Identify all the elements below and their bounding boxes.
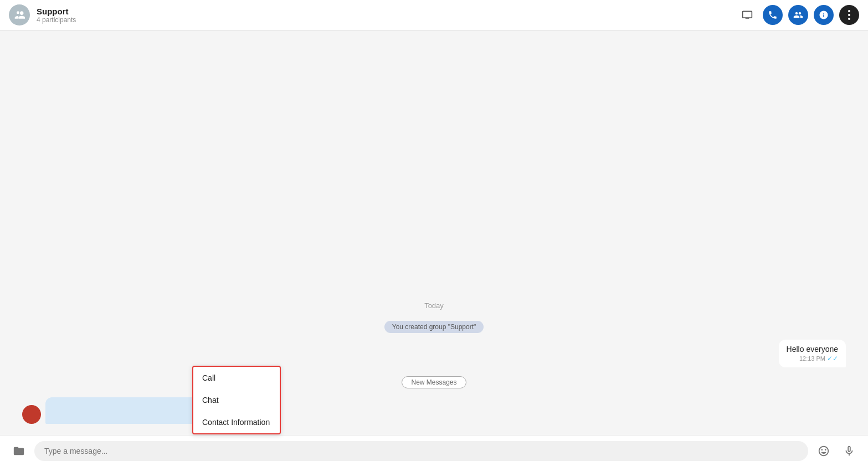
- group-name: Support: [37, 7, 76, 16]
- context-menu-chat[interactable]: Chat: [193, 389, 280, 411]
- svg-point-0: [848, 10, 850, 12]
- avatar: [22, 405, 41, 424]
- group-avatar: [9, 4, 30, 25]
- date-divider: Today: [22, 301, 846, 310]
- message-row-incoming: 1:39 PM: [22, 397, 846, 424]
- system-message: You created group "Support": [22, 321, 846, 333]
- emoji-button[interactable]: [814, 441, 834, 461]
- context-menu-call[interactable]: Call: [193, 367, 280, 389]
- header-right: [737, 5, 859, 25]
- bubble-footer: 12:13 PM ✓✓: [787, 355, 838, 362]
- svg-point-2: [848, 18, 850, 20]
- group-info: Support 4 participants: [37, 7, 76, 24]
- mic-button[interactable]: [839, 441, 859, 461]
- info-button[interactable]: [814, 5, 834, 25]
- messages-container: Today You created group "Support" Hello …: [0, 30, 868, 435]
- header: Support 4 participants: [0, 0, 868, 30]
- new-messages-divider: New Messages: [22, 376, 846, 388]
- screen-share-button[interactable]: [737, 5, 757, 25]
- people-button[interactable]: [788, 5, 808, 25]
- folder-button[interactable]: [9, 441, 29, 461]
- context-menu: Call Chat Contact Information: [192, 366, 281, 434]
- more-button[interactable]: [839, 5, 859, 25]
- context-menu-contact-info[interactable]: Contact Information: [193, 411, 280, 433]
- message-text: Hello everyone: [787, 345, 838, 354]
- chat-area: Today You created group "Support" Hello …: [0, 30, 868, 466]
- message-ticks: ✓✓: [827, 355, 838, 362]
- svg-point-1: [848, 14, 850, 16]
- group-participants: 4 participants: [37, 16, 76, 24]
- message-time: 12:13 PM: [799, 355, 825, 362]
- message-row: Hello everyone 12:13 PM ✓✓: [22, 340, 846, 367]
- message-bubble-outgoing: Hello everyone 12:13 PM ✓✓: [779, 340, 846, 367]
- call-button[interactable]: [763, 5, 783, 25]
- header-left: Support 4 participants: [9, 4, 76, 25]
- message-input[interactable]: [34, 441, 808, 461]
- input-bar: [0, 435, 868, 466]
